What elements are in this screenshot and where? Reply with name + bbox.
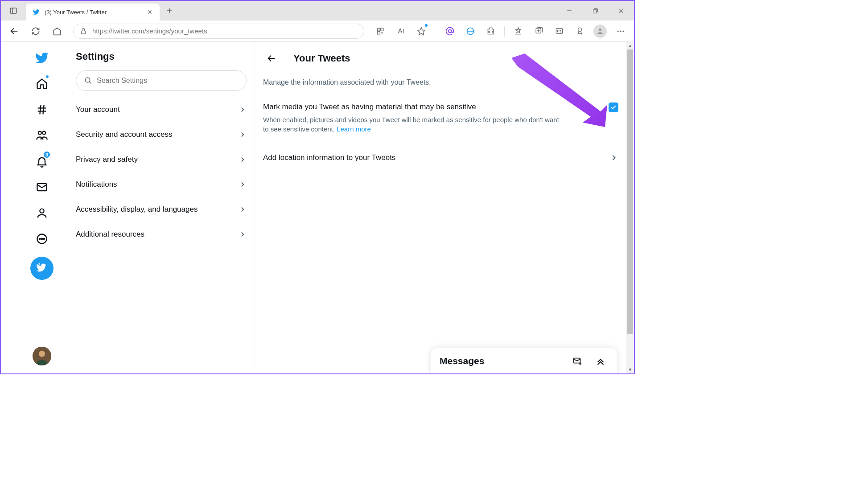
nav-communities[interactable] <box>30 124 54 147</box>
window-controls <box>556 1 634 20</box>
url-text: https://twitter.com/settings/your_tweets <box>92 27 358 35</box>
browser-titlebar: (3) Your Tweets / Twitter <box>1 1 634 20</box>
svg-point-43 <box>44 238 45 239</box>
svg-rect-8 <box>593 9 597 13</box>
more-button[interactable] <box>612 22 630 40</box>
browser-tab[interactable]: (3) Your Tweets / Twitter <box>26 4 160 20</box>
svg-point-45 <box>39 351 45 357</box>
sensitive-description: When enabled, pictures and videos you Tw… <box>263 115 566 134</box>
settings-column: Settings Your account Security and accou… <box>68 42 255 373</box>
svg-rect-26 <box>556 29 562 33</box>
location-setting-row[interactable]: Add location information to your Tweets <box>255 144 626 171</box>
svg-point-36 <box>38 131 41 135</box>
settings-item-accessibility[interactable]: Accessibility, display, and languages <box>68 197 255 222</box>
scroll-down-button[interactable]: ▼ <box>626 366 634 373</box>
nav-messages[interactable] <box>30 176 54 199</box>
chevron-right-icon <box>239 106 247 114</box>
svg-point-19 <box>449 29 452 33</box>
nav-more[interactable] <box>30 227 54 250</box>
scroll-up-button[interactable]: ▲ <box>626 42 634 49</box>
svg-point-31 <box>622 30 624 32</box>
extension-ie-icon[interactable] <box>461 22 479 40</box>
svg-point-27 <box>578 28 581 31</box>
svg-line-34 <box>40 105 41 115</box>
rewards-icon[interactable] <box>571 22 588 40</box>
svg-point-39 <box>40 209 44 213</box>
compose-tweet-button[interactable] <box>30 257 54 280</box>
settings-item-security[interactable]: Security and account access <box>68 122 255 147</box>
twitter-favicon-icon <box>32 8 40 16</box>
svg-marker-18 <box>418 27 425 35</box>
svg-line-47 <box>89 82 91 84</box>
svg-rect-12 <box>81 31 85 34</box>
chevron-right-icon <box>239 131 247 139</box>
sensitive-checkbox[interactable] <box>609 102 618 112</box>
settings-item-privacy[interactable]: Privacy and safety <box>68 147 255 172</box>
home-button[interactable] <box>48 22 66 40</box>
settings-heading: Settings <box>68 47 255 70</box>
svg-line-35 <box>43 105 44 115</box>
nav-home[interactable] <box>30 72 54 95</box>
chevron-right-icon <box>239 180 247 188</box>
nav-profile[interactable] <box>30 201 54 225</box>
page-scrollbar[interactable]: ▲ ▼ <box>626 42 634 373</box>
lock-icon <box>80 28 87 35</box>
detail-description: Manage the information associated with y… <box>255 72 626 96</box>
tab-close-button[interactable] <box>146 8 153 16</box>
svg-point-46 <box>85 78 90 82</box>
settings-item-notifications[interactable]: Notifications <box>68 172 255 197</box>
svg-point-37 <box>42 131 45 135</box>
extensions-button[interactable] <box>482 22 500 40</box>
read-aloud-button[interactable] <box>392 22 410 40</box>
detail-back-button[interactable] <box>263 50 280 67</box>
svg-point-28 <box>599 29 601 31</box>
favorites-list-button[interactable] <box>509 22 527 40</box>
favorites-button[interactable] <box>412 22 430 40</box>
collections-button[interactable] <box>530 22 547 40</box>
sensitive-title: Mark media you Tweet as having material … <box>263 102 476 111</box>
svg-point-30 <box>620 30 621 32</box>
messages-dock[interactable]: Messages <box>430 348 617 373</box>
home-dot-badge <box>45 75 49 78</box>
svg-rect-13 <box>377 28 380 31</box>
tab-actions-button[interactable] <box>1 1 26 20</box>
notifications-badge: 3 <box>43 151 51 159</box>
new-tab-button[interactable] <box>160 1 179 20</box>
search-settings-input[interactable] <box>76 70 247 91</box>
svg-point-42 <box>41 238 42 239</box>
check-icon <box>610 104 617 111</box>
math-solver-icon[interactable] <box>550 22 568 40</box>
profile-button[interactable] <box>591 22 609 40</box>
search-icon <box>84 77 92 85</box>
twitter-nav: 3 <box>1 42 68 373</box>
scroll-thumb[interactable] <box>627 49 633 334</box>
maximize-button[interactable] <box>582 1 608 20</box>
apps-button[interactable] <box>371 22 389 40</box>
account-avatar[interactable] <box>33 347 51 365</box>
settings-item-your-account[interactable]: Your account <box>68 97 255 122</box>
chevron-right-icon <box>239 230 247 238</box>
svg-marker-21 <box>515 28 520 33</box>
scroll-track[interactable] <box>626 49 634 366</box>
messages-title: Messages <box>440 356 484 366</box>
address-bar[interactable]: https://twitter.com/settings/your_tweets <box>73 24 364 39</box>
nav-explore[interactable] <box>30 98 54 121</box>
browser-toolbar: https://twitter.com/settings/your_tweets <box>1 20 634 42</box>
search-field[interactable] <box>97 77 238 85</box>
close-window-button[interactable] <box>608 1 634 20</box>
svg-point-41 <box>39 238 40 239</box>
twitter-logo-icon[interactable] <box>30 46 54 70</box>
nav-notifications[interactable]: 3 <box>30 150 54 173</box>
learn-more-link[interactable]: Learn more <box>337 125 371 133</box>
chevron-right-icon <box>239 205 247 213</box>
detail-column: Your Tweets Manage the information assoc… <box>255 42 626 373</box>
back-button[interactable] <box>5 22 23 40</box>
tab-title: (3) Your Tweets / Twitter <box>45 9 142 16</box>
new-message-button[interactable] <box>570 353 585 369</box>
refresh-button[interactable] <box>27 22 45 40</box>
extension-at-icon[interactable] <box>441 22 459 40</box>
settings-item-resources[interactable]: Additional resources <box>68 222 255 247</box>
sensitive-media-setting: Mark media you Tweet as having material … <box>255 96 626 140</box>
minimize-button[interactable] <box>556 1 582 20</box>
expand-messages-button[interactable] <box>593 353 608 369</box>
